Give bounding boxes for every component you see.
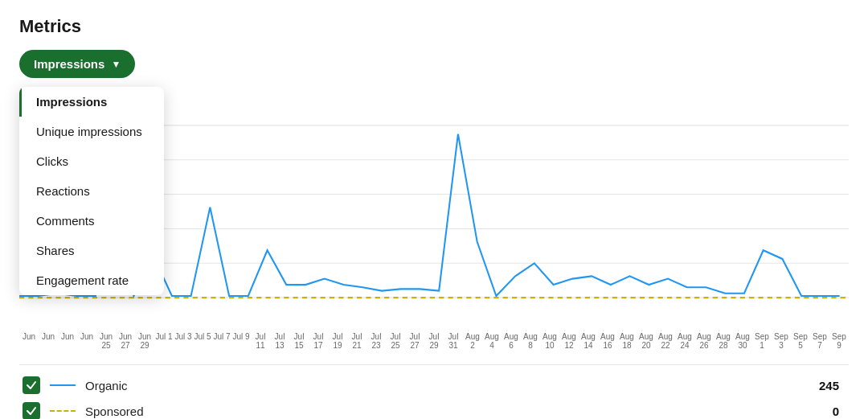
x-label: Jun 25 — [96, 332, 116, 350]
dropdown-item-clicks[interactable]: Clicks — [19, 146, 164, 176]
x-label: Jul 25 — [386, 332, 405, 350]
x-label: Aug 8 — [521, 332, 540, 350]
x-label: Jul 27 — [405, 332, 424, 350]
x-label: Aug 2 — [463, 332, 482, 350]
x-label: Aug 26 — [694, 332, 714, 350]
x-label: Aug 6 — [502, 332, 521, 350]
x-label: Aug 4 — [482, 332, 502, 350]
organic-value: 245 — [819, 379, 845, 392]
x-label: Jul 19 — [328, 332, 347, 350]
x-label: Jul 17 — [309, 332, 328, 350]
x-label: Aug 14 — [579, 332, 598, 350]
x-label: Jun 29 — [135, 332, 154, 350]
x-label: Jul 15 — [289, 332, 309, 350]
x-label: Aug 12 — [559, 332, 579, 350]
x-label: Jul 1 — [154, 332, 174, 350]
check-icon — [26, 405, 37, 417]
organic-line-indicator — [50, 384, 76, 386]
organic-checkbox[interactable] — [23, 376, 40, 394]
x-label: Aug 10 — [540, 332, 559, 350]
x-label: Jul 23 — [366, 332, 386, 350]
legend-sponsored: Sponsored 0 — [19, 402, 849, 419]
metric-dropdown-button[interactable]: Impressions ▼ — [19, 50, 135, 78]
dropdown-item-impressions[interactable]: Impressions — [19, 87, 164, 117]
sponsored-label: Sponsored — [85, 405, 823, 418]
sponsored-value: 0 — [833, 405, 845, 418]
x-label: Jul 11 — [251, 332, 270, 350]
x-label: Jun 27 — [116, 332, 135, 350]
check-icon — [26, 380, 37, 391]
dropdown-item-unique-impressions[interactable]: Unique impressions — [19, 117, 164, 146]
sponsored-line-indicator — [50, 410, 76, 412]
x-label: Jul 5 — [193, 332, 212, 350]
dropdown-menu: Impressions Unique impressions Clicks Re… — [19, 87, 164, 295]
x-label: Sep 7 — [810, 332, 829, 350]
dropdown-item-shares[interactable]: Shares — [19, 236, 164, 265]
page-title: Metrics — [19, 16, 849, 37]
x-label: Aug 30 — [733, 332, 752, 350]
x-label: Jun — [39, 332, 58, 350]
x-label: Jul 9 — [231, 332, 251, 350]
dropdown-item-engagement-rate[interactable]: Engagement rate — [19, 265, 164, 295]
organic-label: Organic — [85, 379, 809, 392]
chevron-down-icon: ▼ — [111, 59, 121, 70]
page-container: Metrics Impressions ▼ Impressions Unique… — [0, 0, 868, 419]
x-label: Aug 28 — [714, 332, 733, 350]
x-label: Sep 5 — [791, 332, 810, 350]
legend: Organic 245 Sponsored 0 — [19, 364, 849, 419]
x-label: Aug 22 — [656, 332, 675, 350]
x-label: Aug 20 — [637, 332, 656, 350]
x-label: Aug 16 — [598, 332, 617, 350]
x-label: Sep 3 — [772, 332, 791, 350]
x-label: Jul 3 — [174, 332, 193, 350]
x-label: Sep 9 — [829, 332, 849, 350]
x-label: Jul 7 — [212, 332, 231, 350]
x-label: Jun — [77, 332, 96, 350]
x-label: Aug 18 — [617, 332, 637, 350]
x-label: Jul 13 — [270, 332, 289, 350]
x-label: Aug 24 — [675, 332, 694, 350]
x-label: Jul 29 — [424, 332, 444, 350]
dropdown-item-reactions[interactable]: Reactions — [19, 176, 164, 206]
sponsored-checkbox[interactable] — [23, 402, 40, 419]
x-label: Jun — [58, 332, 77, 350]
dropdown-item-comments[interactable]: Comments — [19, 206, 164, 236]
dropdown-label: Impressions — [34, 57, 104, 71]
x-label: Jul 21 — [347, 332, 366, 350]
x-label: Sep 1 — [752, 332, 772, 350]
x-label: Jul 31 — [444, 332, 463, 350]
x-axis-labels: Jun Jun Jun Jun Jun 25 Jun 27 Jun 29 Jul… — [19, 332, 849, 350]
x-label: Jun — [19, 332, 39, 350]
legend-organic: Organic 245 — [19, 376, 849, 394]
